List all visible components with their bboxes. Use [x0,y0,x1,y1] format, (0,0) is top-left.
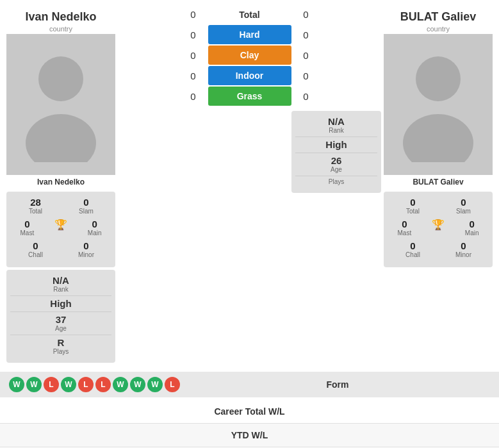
left-player-name: Ivan Nedelko [6,6,115,25]
right-chall-lbl: Chall [400,251,426,258]
form-badge-w: W [61,377,76,392]
left-high-val: High [10,298,111,309]
right-high-val: High [295,139,377,150]
left-age-lbl: Age [10,325,111,332]
total-score-left: 0 [184,9,203,20]
grass-button[interactable]: Grass [208,87,291,106]
form-section: WWLWLLWWWL Form [0,372,499,397]
form-badge-l: L [95,377,111,392]
grass-score-right: 0 [297,91,316,102]
left-mast-val: 0 [14,219,40,229]
right-total-val: 0 [400,197,426,208]
left-rank-val: N/A [10,275,111,286]
left-stats-block: 28 Total 0 Slam 0 Mast 🏆 [6,192,115,267]
left-plays-lbl: Plays [10,348,111,355]
total-row: 0 Total 0 [184,9,316,20]
right-slam-cell: 0 Slam [451,197,477,215]
form-badge-l: L [78,377,94,392]
left-stat-row-2: 0 Mast 🏆 0 Main [10,219,111,236]
left-player-name-below: Ivan Nedelko [6,178,115,187]
ytd-wl-row: YTD W/L [0,424,499,447]
right-age-val: 26 [295,155,377,166]
indoor-score-right: 0 [297,71,316,81]
left-chall-lbl: Chall [23,251,49,258]
right-minor-cell: 0 Minor [451,240,477,258]
svg-point-0 [38,56,83,101]
left-player-wrapper: Ivan Nedelko country Ivan Nedelko 28 Tot… [6,6,115,363]
svg-point-3 [403,114,473,162]
right-total-cell: 0 Total [400,197,426,215]
right-stat-row-1: 0 Total 0 Slam [388,197,489,215]
indoor-button[interactable]: Indoor [208,66,291,85]
left-slam-cell: 0 Slam [74,197,99,215]
form-badge-l: L [165,377,180,392]
hard-score-right: 0 [297,29,316,40]
left-total-val: 28 [23,197,49,208]
form-badge-w: W [9,377,24,392]
right-minor-val: 0 [451,240,477,251]
clay-button[interactable]: Clay [208,46,291,65]
left-main-val: 0 [82,219,108,229]
left-country-flag: country [6,25,115,33]
left-high-single: High [10,298,111,309]
center-column: 0 Total 0 0 Hard 0 0 Clay 0 [118,6,381,363]
right-rank-val: N/A [295,116,377,127]
left-slam-lbl: Slam [74,208,99,215]
hard-score-left: 0 [184,29,203,40]
left-total-lbl: Total [23,208,49,215]
right-player-name: BULAT Galiev [384,6,493,25]
right-rank-block: N/A Rank High 26 Age Plays [291,111,381,193]
right-main-lbl: Main [459,229,485,236]
right-plays-single: Plays [295,178,377,185]
hard-row: 0 Hard 0 [118,25,381,44]
right-chall-cell: 0 Chall [400,240,426,258]
right-slam-lbl: Slam [451,208,477,215]
right-minor-lbl: Minor [451,251,477,258]
left-plays-single: R Plays [10,337,111,355]
left-mast-lbl: Mast [14,229,40,236]
right-stats-block: 0 Total 0 Slam 0 Mast 🏆 [384,192,493,267]
right-country-flag: country [384,25,493,33]
main-container: Ivan Nedelko country Ivan Nedelko 28 Tot… [0,0,499,448]
form-badge-w: W [130,377,145,392]
form-badge-w: W [147,377,163,392]
indoor-row: 0 Indoor 0 [118,66,381,85]
left-stat-row-1: 28 Total 0 Slam [10,197,111,215]
grass-row: 0 Grass 0 [118,87,381,106]
left-rank-block: N/A Rank High 37 Age R Plays [6,270,115,363]
right-mast-cell: 0 Mast [391,219,417,236]
left-mast-cell: 0 Mast [14,219,40,236]
svg-point-2 [416,56,461,101]
left-age-val: 37 [10,314,111,325]
right-stat-row-3: 0 Chall 0 Minor [388,240,489,258]
form-badge-l: L [44,377,59,392]
clay-score-right: 0 [297,50,316,61]
right-player-wrapper: BULAT Galiev country BULAT Galiev 0 Tota… [384,6,493,363]
left-total-cell: 28 Total [23,197,49,215]
ytd-wl-center: YTD W/L [169,430,329,440]
right-trophy-icon: 🏆 [432,219,445,230]
form-badge-w: W [113,377,128,392]
left-minor-lbl: Minor [74,251,99,258]
total-label: Total [208,10,291,20]
clay-score-left: 0 [184,50,203,61]
career-total-center: Career Total W/L [169,406,329,417]
right-player-photo [384,34,493,175]
form-label: Form [185,379,490,390]
left-main-lbl: Main [82,229,108,236]
career-total-row: Career Total W/L [0,400,499,424]
left-stat-row-3: 0 Chall 0 Minor [10,240,111,258]
left-minor-cell: 0 Minor [74,240,99,258]
left-chall-val: 0 [23,240,49,251]
left-trophy-icon: 🏆 [54,219,67,230]
left-plays-val: R [10,337,111,348]
left-main-cell: 0 Main [82,219,108,236]
right-rank-single: N/A Rank [295,116,377,134]
left-rank-lbl: Rank [10,286,111,293]
left-slam-val: 0 [74,197,99,208]
left-trophy-cell: 🏆 [48,219,74,236]
form-badges: WWLWLLWWWL [9,377,180,392]
right-mast-lbl: Mast [391,229,417,236]
hard-button[interactable]: Hard [208,25,291,44]
right-trophy-cell: 🏆 [425,219,451,236]
